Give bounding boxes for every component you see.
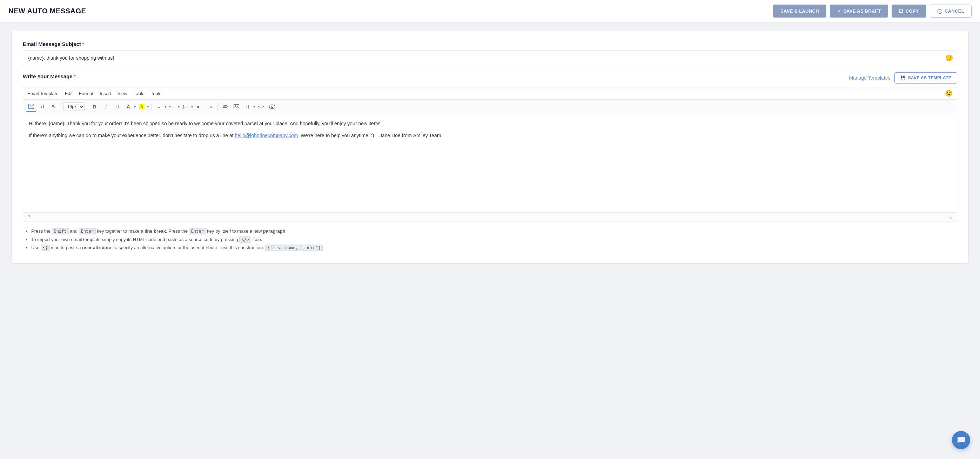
save-icon: 💾 xyxy=(900,75,906,80)
cancel-button[interactable]: ◯ CANCEL xyxy=(930,5,972,18)
page-header: NEW AUTO MESSAGE SAVE & LAUNCH ✓ SAVE AS… xyxy=(0,0,980,22)
enter-key-code-1: Enter xyxy=(79,228,96,234)
message-label: Write Your Message* xyxy=(23,73,76,79)
image-button[interactable] xyxy=(231,102,242,112)
ol-button[interactable]: 1— xyxy=(180,102,191,112)
editor-toolbar: ↺ ↻ 14px 12px 16px 18px xyxy=(23,100,957,114)
main-content: Email Message Subject* 🙂 Write Your Mess… xyxy=(0,22,980,272)
save-draft-button[interactable]: ✓ SAVE AS DRAFT xyxy=(830,5,888,18)
checkmark-icon: ✓ xyxy=(837,8,841,14)
email-link[interactable]: hello@johndoecompany.com xyxy=(235,133,298,138)
ul-arrow[interactable]: ▾ xyxy=(178,105,180,109)
ol-arrow[interactable]: ▾ xyxy=(191,105,193,109)
variable-dropdown[interactable]: {} ▾ xyxy=(242,102,255,112)
highlight-arrow[interactable]: ▾ xyxy=(147,105,149,109)
editor-statusbar: P ↘ xyxy=(23,212,957,221)
svg-point-3 xyxy=(269,105,275,109)
help-text: Press the Shift and Enter key together t… xyxy=(23,227,957,252)
editor-paragraph-1: Hi there, {name}! Thank you for your ord… xyxy=(29,120,951,128)
bold-button[interactable]: B xyxy=(89,102,100,112)
editor-menubar: Email Template Edit Format Insert View T… xyxy=(23,88,957,100)
subject-input[interactable] xyxy=(23,51,957,65)
menu-email-template[interactable]: Email Template xyxy=(27,90,59,97)
subject-emoji-button[interactable]: 🙂 xyxy=(945,54,953,62)
redo-button[interactable]: ↻ xyxy=(48,102,59,112)
menu-table[interactable]: Table xyxy=(134,90,145,97)
message-field: Write Your Message* Manage Templates 💾 S… xyxy=(23,72,957,252)
copy-icon: ❏ xyxy=(899,8,903,14)
menu-format[interactable]: Format xyxy=(79,90,93,97)
menu-insert[interactable]: Insert xyxy=(100,90,111,97)
form-card: Email Message Subject* 🙂 Write Your Mess… xyxy=(11,31,969,263)
save-as-template-button[interactable]: 💾 SAVE AS TEMPLATE xyxy=(894,72,957,83)
email-icon-button[interactable] xyxy=(26,102,37,112)
underline-button[interactable]: U xyxy=(112,102,123,112)
variable-example: {first_name, "there"} xyxy=(265,245,323,251)
align-arrow[interactable]: ▾ xyxy=(164,105,166,109)
text-color-arrow[interactable]: ▾ xyxy=(134,105,136,109)
page-title: NEW AUTO MESSAGE xyxy=(8,7,86,15)
highlight-color-dropdown[interactable]: A ▾ xyxy=(137,102,149,112)
help-line-1: Press the Shift and Enter key together t… xyxy=(31,227,957,236)
help-line-3: Use {} icon to paste a user attribute.To… xyxy=(31,244,957,252)
font-size-select[interactable]: 14px 12px 16px 18px xyxy=(64,102,85,111)
text-color-dropdown[interactable]: A ▾ xyxy=(123,102,136,112)
toolbar-separator-4 xyxy=(218,103,218,110)
subject-input-wrap: 🙂 xyxy=(23,51,957,65)
variable-inline: {} xyxy=(41,245,50,251)
help-line-2: To import your own email template simply… xyxy=(31,236,957,244)
font-size-dropdown[interactable]: 14px 12px 16px 18px xyxy=(64,102,85,111)
chat-fab-button[interactable] xyxy=(952,431,970,449)
text-color-button[interactable]: A xyxy=(123,102,134,112)
subject-field: Email Message Subject* 🙂 xyxy=(23,41,957,65)
menu-view[interactable]: View xyxy=(118,90,127,97)
undo-button[interactable]: ↺ xyxy=(37,102,48,112)
source-code-button[interactable]: </> xyxy=(256,102,266,112)
template-actions: Manage Templates 💾 SAVE AS TEMPLATE xyxy=(849,72,957,83)
align-dropdown[interactable]: ≡ ▾ xyxy=(154,102,166,112)
editor-body[interactable]: Hi there, {name}! Thank you for your ord… xyxy=(23,114,957,212)
manage-templates-link[interactable]: Manage Templates xyxy=(849,75,890,81)
toolbar-separator-1 xyxy=(61,103,61,110)
close-circle-icon: ◯ xyxy=(937,8,942,14)
shift-key-code: Shift xyxy=(52,228,69,234)
ul-button[interactable]: •— xyxy=(167,102,178,112)
copy-button[interactable]: ❏ COPY xyxy=(892,5,926,18)
message-header: Write Your Message* Manage Templates 💾 S… xyxy=(23,72,957,83)
source-code-inline: </> xyxy=(239,236,251,243)
menu-edit[interactable]: Edit xyxy=(65,90,73,97)
highlight-button[interactable]: A xyxy=(137,102,147,112)
editor-paragraph-2: If there's anything we can do to make yo… xyxy=(29,132,951,139)
italic-button[interactable]: I xyxy=(101,102,111,112)
enter-key-code-2: Enter xyxy=(189,228,206,234)
align-button[interactable]: ≡ xyxy=(154,102,164,112)
outdent-button[interactable]: ⇤ xyxy=(194,102,204,112)
link-button[interactable] xyxy=(220,102,231,112)
preview-button[interactable] xyxy=(267,102,277,112)
save-launch-button[interactable]: SAVE & LAUNCH xyxy=(773,5,826,18)
toolbar-separator-3 xyxy=(151,103,151,110)
svg-point-4 xyxy=(272,106,273,108)
indent-button[interactable]: ⇥ xyxy=(205,102,215,112)
editor-status-tag: P xyxy=(27,214,30,219)
unordered-list-dropdown[interactable]: •— ▾ xyxy=(167,102,180,112)
resize-handle[interactable]: ↘ xyxy=(948,214,953,220)
ordered-list-dropdown[interactable]: 1— ▾ xyxy=(180,102,193,112)
subject-label: Email Message Subject* xyxy=(23,41,957,47)
toolbar-separator-2 xyxy=(87,103,88,110)
menu-tools[interactable]: Tools xyxy=(151,90,161,97)
variable-button[interactable]: {} xyxy=(242,102,253,112)
editor-container: Email Template Edit Format Insert View T… xyxy=(23,87,957,222)
variable-arrow[interactable]: ▾ xyxy=(253,105,255,109)
editor-emoji-button[interactable]: 🙂 xyxy=(945,89,953,97)
header-actions: SAVE & LAUNCH ✓ SAVE AS DRAFT ❏ COPY ◯ C… xyxy=(773,5,972,18)
